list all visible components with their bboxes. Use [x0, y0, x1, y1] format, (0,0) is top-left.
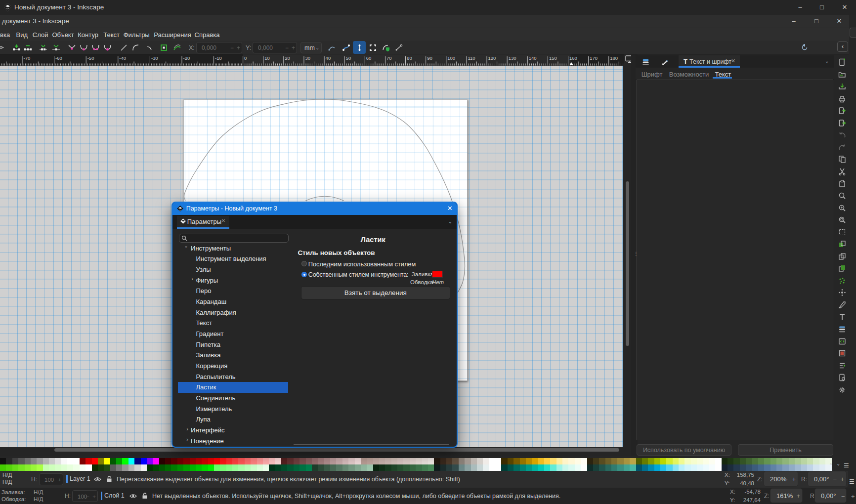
svg-text:-60: -60 [55, 55, 62, 61]
svg-text:-50: -50 [87, 55, 94, 61]
svg-text:-20: -20 [183, 55, 190, 61]
svg-text:150: 150 [549, 55, 557, 61]
svg-text:-70: -70 [24, 55, 31, 61]
svg-text:20: 20 [285, 55, 290, 61]
svg-text:40: 40 [326, 55, 331, 61]
svg-text:-30: -30 [151, 55, 158, 61]
svg-text:10: 10 [264, 55, 270, 61]
svg-text:100: 100 [447, 55, 455, 61]
svg-text:70: 70 [386, 55, 392, 61]
svg-text:160: 160 [569, 55, 577, 61]
svg-text:-40: -40 [119, 55, 126, 61]
svg-text:120: 120 [488, 55, 496, 61]
svg-text:50: 50 [346, 55, 351, 61]
svg-text:110: 110 [468, 55, 475, 61]
svg-text:30: 30 [305, 55, 311, 61]
svg-text:90: 90 [427, 55, 432, 61]
svg-text:80: 80 [407, 55, 412, 61]
svg-text:170: 170 [590, 55, 598, 61]
svg-text:-10: -10 [215, 55, 222, 61]
svg-text:60: 60 [366, 55, 372, 61]
svg-text:180: 180 [610, 55, 618, 61]
svg-text:140: 140 [529, 55, 537, 61]
svg-text:0: 0 [244, 55, 247, 61]
svg-text:130: 130 [509, 55, 516, 61]
